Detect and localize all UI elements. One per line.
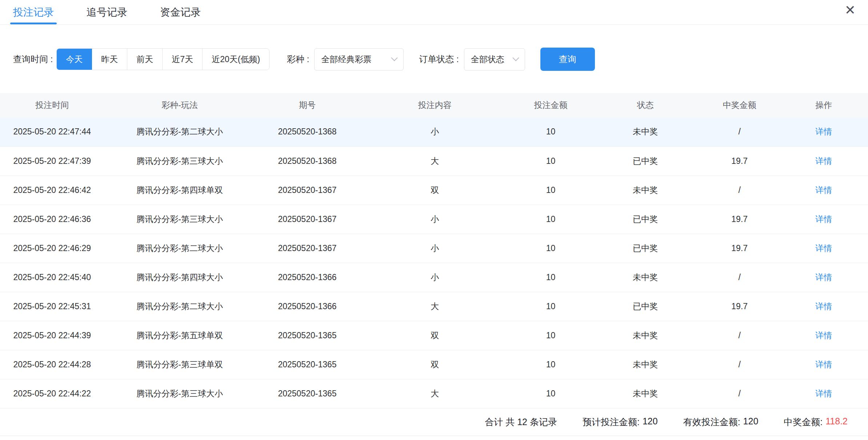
detail-link[interactable]: 详情 <box>815 127 832 136</box>
table-row: 2025-05-20 22:44:22 腾讯分分彩-第三球大小 20250520… <box>0 379 868 408</box>
cell-bet-amount: 10 <box>511 205 591 234</box>
cell-bet-content: 小 <box>359 117 510 146</box>
detail-link[interactable]: 详情 <box>815 302 832 311</box>
cell-operation: 详情 <box>779 292 868 321</box>
cell-bet-time: 2025-05-20 22:47:39 <box>0 146 104 175</box>
cell-game-play: 腾讯分分彩-第四球大小 <box>104 263 255 292</box>
cell-bet-content: 小 <box>359 205 510 234</box>
detail-link[interactable]: 详情 <box>815 360 832 369</box>
lottery-select[interactable]: 全部经典彩票 <box>314 48 404 70</box>
cell-bet-time: 2025-05-20 22:45:31 <box>0 292 104 321</box>
time-filter-option[interactable]: 昨天 <box>92 49 127 70</box>
cell-status: 未中奖 <box>591 263 700 292</box>
lottery-filter-label: 彩种 : <box>287 53 309 65</box>
cell-win-amount: 19.7 <box>700 146 780 175</box>
time-filter-label: 查询时间 : <box>13 53 53 65</box>
cell-status: 未中奖 <box>591 379 700 408</box>
cell-bet-amount: 10 <box>511 175 591 205</box>
records-table: 投注时间彩种-玩法期号投注内容投注金额状态中奖金额操作 2025-05-20 2… <box>0 93 868 408</box>
detail-link[interactable]: 详情 <box>815 243 832 253</box>
table-header-row: 投注时间彩种-玩法期号投注内容投注金额状态中奖金额操作 <box>0 93 868 117</box>
cell-issue-number: 20250520-1366 <box>255 263 359 292</box>
cell-game-play: 腾讯分分彩-第三球大小 <box>104 205 255 234</box>
order-status-select-value: 全部状态 <box>471 54 504 65</box>
cell-game-play: 腾讯分分彩-第五球单双 <box>104 321 255 350</box>
cell-game-play: 腾讯分分彩-第三球大小 <box>104 379 255 408</box>
detail-link[interactable]: 详情 <box>815 214 832 224</box>
column-header: 投注金额 <box>511 93 591 117</box>
time-filter-group: 今天昨天前天近7天近20天(低频) <box>56 48 269 70</box>
cell-bet-time: 2025-05-20 22:45:40 <box>0 263 104 292</box>
cell-win-amount: / <box>700 175 780 205</box>
detail-link[interactable]: 详情 <box>815 389 832 398</box>
cell-win-amount: 19.7 <box>700 292 780 321</box>
cell-bet-time: 2025-05-20 22:46:42 <box>0 175 104 205</box>
cell-issue-number: 20250520-1368 <box>255 146 359 175</box>
summary-win-amount: 中奖金额:118.2 <box>784 416 848 428</box>
cell-game-play: 腾讯分分彩-第三球单双 <box>104 350 255 379</box>
cell-bet-content: 小 <box>359 234 510 263</box>
summary-expected-bet: 预计投注金额:120 <box>583 416 658 428</box>
order-status-select[interactable]: 全部状态 <box>464 48 525 70</box>
cell-status: 未中奖 <box>591 175 700 205</box>
cell-win-amount: 19.7 <box>700 234 780 263</box>
cell-operation: 详情 <box>779 205 868 234</box>
cell-issue-number: 20250520-1367 <box>255 175 359 205</box>
chevron-down-icon <box>391 55 398 61</box>
cell-status: 已中奖 <box>591 292 700 321</box>
cell-bet-content: 大 <box>359 292 510 321</box>
column-header: 中奖金额 <box>700 93 780 117</box>
summary-valid-bet: 有效投注金额:120 <box>683 416 759 428</box>
cell-game-play: 腾讯分分彩-第二球大小 <box>104 234 255 263</box>
cell-status: 未中奖 <box>591 321 700 350</box>
table-row: 2025-05-20 22:45:31 腾讯分分彩-第二球大小 20250520… <box>0 292 868 321</box>
cell-bet-amount: 10 <box>511 321 591 350</box>
time-filter-option[interactable]: 近7天 <box>163 49 203 70</box>
cell-game-play: 腾讯分分彩-第二球大小 <box>104 117 255 146</box>
column-header: 投注内容 <box>359 93 510 117</box>
table-body: 2025-05-20 22:47:44 腾讯分分彩-第二球大小 20250520… <box>0 117 868 408</box>
cell-issue-number: 20250520-1365 <box>255 350 359 379</box>
cell-bet-time: 2025-05-20 22:44:28 <box>0 350 104 379</box>
filter-bar: 查询时间 : 今天昨天前天近7天近20天(低频) 彩种 : 全部经典彩票 订单状… <box>0 47 868 71</box>
cell-status: 已中奖 <box>591 234 700 263</box>
cell-operation: 详情 <box>779 234 868 263</box>
time-filter-option[interactable]: 前天 <box>127 49 163 70</box>
table-row: 2025-05-20 22:47:39 腾讯分分彩-第三球大小 20250520… <box>0 146 868 175</box>
cell-issue-number: 20250520-1368 <box>255 117 359 146</box>
cell-status: 未中奖 <box>591 117 700 146</box>
cell-operation: 详情 <box>779 350 868 379</box>
cell-bet-amount: 10 <box>511 146 591 175</box>
table-row: 2025-05-20 22:45:40 腾讯分分彩-第四球大小 20250520… <box>0 263 868 292</box>
summary-total: 合计 共 12 条记录 <box>485 416 557 428</box>
detail-link[interactable]: 详情 <box>815 331 832 340</box>
summary-bar: 合计 共 12 条记录 预计投注金额:120 有效投注金额:120 中奖金额:1… <box>0 408 868 436</box>
cell-bet-content: 双 <box>359 350 510 379</box>
cell-bet-amount: 10 <box>511 117 591 146</box>
time-filter-option[interactable]: 今天 <box>57 49 92 70</box>
column-header: 状态 <box>591 93 700 117</box>
table-row: 2025-05-20 22:47:44 腾讯分分彩-第二球大小 20250520… <box>0 117 868 146</box>
cell-game-play: 腾讯分分彩-第四球单双 <box>104 175 255 205</box>
query-button[interactable]: 查询 <box>540 48 595 71</box>
cell-status: 已中奖 <box>591 205 700 234</box>
tab-chase-records[interactable]: 追号记录 <box>87 0 127 24</box>
detail-link[interactable]: 详情 <box>815 185 832 195</box>
cell-win-amount: / <box>700 117 780 146</box>
cell-issue-number: 20250520-1365 <box>255 321 359 350</box>
detail-link[interactable]: 详情 <box>815 273 832 282</box>
cell-bet-time: 2025-05-20 22:44:39 <box>0 321 104 350</box>
cell-win-amount: 19.7 <box>700 205 780 234</box>
cell-bet-amount: 10 <box>511 350 591 379</box>
cell-win-amount: / <box>700 321 780 350</box>
tab-fund-records[interactable]: 资金记录 <box>160 0 201 24</box>
tab-bet-records[interactable]: 投注记录 <box>13 0 54 24</box>
detail-link[interactable]: 详情 <box>815 156 832 166</box>
time-filter-option[interactable]: 近20天(低频) <box>203 49 269 70</box>
order-status-filter-label: 订单状态 : <box>419 53 459 65</box>
cell-bet-content: 双 <box>359 175 510 205</box>
cell-bet-content: 小 <box>359 263 510 292</box>
cell-win-amount: / <box>700 379 780 408</box>
close-icon[interactable]: ✕ <box>845 4 856 17</box>
cell-issue-number: 20250520-1367 <box>255 205 359 234</box>
